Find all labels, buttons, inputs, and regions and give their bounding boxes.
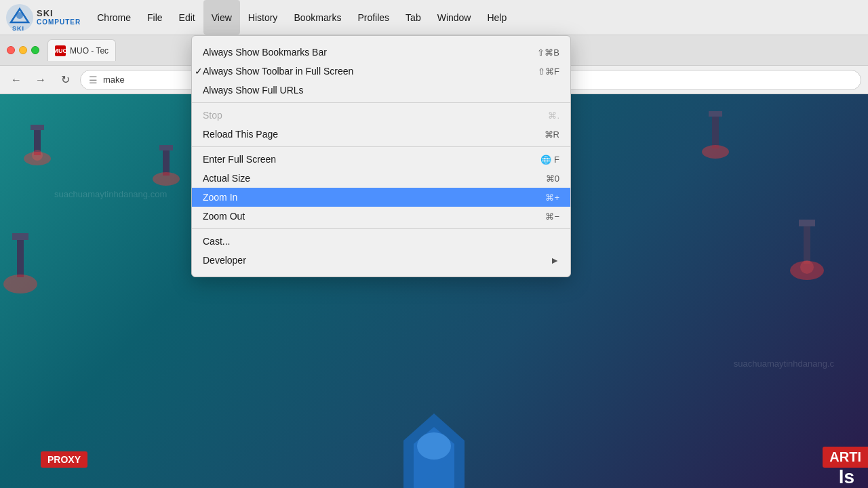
watermark-2: suachuamaytinhdanang.c	[734, 359, 834, 369]
svg-rect-13	[804, 223, 810, 264]
arti-label: ARTI	[823, 447, 868, 468]
actual-size-label: Actual Size	[203, 173, 546, 184]
menu-zoom-out[interactable]: Zoom Out ⌘−	[192, 207, 570, 226]
svg-point-20	[417, 432, 451, 460]
svg-point-19	[3, 274, 37, 293]
menu-history[interactable]: History	[240, 0, 286, 35]
menu-section-reload: Stop ⌘. Reload This Page ⌘R	[192, 103, 570, 147]
ls-label: ls	[839, 466, 854, 488]
checkmark-icon: ✓	[195, 66, 203, 77]
menu-tab[interactable]: Tab	[397, 0, 429, 35]
menu-help[interactable]: Help	[479, 0, 515, 35]
view-dropdown-menu: Always Show Bookmarks Bar ⇧⌘B ✓ Always S…	[191, 35, 571, 277]
browser-background: SKI SKI COMPUTER Chrome File Edit View H…	[0, 0, 868, 488]
minimize-button[interactable]	[19, 46, 27, 54]
menu-reload[interactable]: Reload This Page ⌘R	[192, 125, 570, 144]
menu-bar: SKI SKI COMPUTER Chrome File Edit View H…	[0, 0, 868, 35]
menu-stop[interactable]: Stop ⌘.	[192, 106, 570, 125]
menu-zoom-in[interactable]: Zoom In ⌘+	[192, 188, 570, 207]
svg-rect-7	[163, 148, 170, 176]
node-5	[0, 230, 41, 298]
svg-point-1	[16, 12, 23, 19]
tab-label: MUO - Tec	[70, 46, 108, 56]
browser-tab[interactable]: MUO MUO - Tec	[47, 39, 116, 61]
zoom-out-shortcut: ⌘−	[545, 211, 559, 222]
filter-icon: ☰	[89, 75, 98, 85]
actual-size-shortcut: ⌘0	[546, 174, 559, 184]
svg-point-9	[153, 172, 180, 186]
menu-always-show-toolbar[interactable]: ✓ Always Show Toolbar in Full Screen ⇧⌘F	[192, 62, 570, 81]
svg-point-6	[32, 150, 43, 161]
forward-button[interactable]: →	[31, 70, 50, 89]
always-show-bookmarks-label: Always Show Bookmarks Bar	[203, 47, 537, 58]
svg-rect-8	[159, 145, 173, 150]
reload-button[interactable]: ↻	[56, 70, 75, 89]
menu-always-show-urls[interactable]: Always Show Full URLs	[192, 81, 570, 100]
menu-view[interactable]: View	[203, 0, 240, 35]
menu-developer[interactable]: Developer ►	[192, 251, 570, 270]
menu-actual-size[interactable]: Actual Size ⌘0	[192, 169, 570, 188]
menu-edit[interactable]: Edit	[171, 0, 203, 35]
menu-chrome[interactable]: Chrome	[89, 0, 139, 35]
logo-bottom: COMPUTER	[37, 18, 81, 26]
svg-point-12	[702, 145, 729, 159]
logo-text: SKI COMPUTER	[37, 9, 81, 26]
menu-section-zoom: Enter Full Screen 🌐 F Actual Size ⌘0 Zoo…	[192, 147, 570, 229]
watermark-1: suachuamaytinhdanang.com	[54, 189, 167, 199]
menu-section-display: Always Show Bookmarks Bar ⇧⌘B ✓ Always S…	[192, 40, 570, 103]
logo-top: SKI	[37, 9, 81, 18]
menu-cast[interactable]: Cast...	[192, 232, 570, 251]
proxy-label: PROXY	[41, 451, 87, 468]
stop-shortcut: ⌘.	[548, 110, 559, 121]
zoom-in-shortcut: ⌘+	[545, 192, 559, 203]
stop-label: Stop	[203, 110, 548, 121]
menu-fullscreen[interactable]: Enter Full Screen 🌐 F	[192, 150, 570, 169]
menu-always-show-bookmarks[interactable]: Always Show Bookmarks Bar ⇧⌘B	[192, 43, 570, 62]
menu-file[interactable]: File	[139, 0, 171, 35]
svg-rect-17	[17, 237, 24, 277]
node-2	[149, 135, 183, 189]
close-button[interactable]	[7, 46, 15, 54]
traffic-lights	[7, 46, 39, 54]
logo: SKI SKI COMPUTER	[5, 3, 81, 32]
node-3	[698, 108, 732, 162]
always-show-bookmarks-shortcut: ⇧⌘B	[537, 47, 559, 58]
fullscreen-shortcut: 🌐 F	[540, 155, 559, 165]
svg-rect-14	[799, 220, 815, 226]
svg-rect-18	[12, 233, 28, 240]
reload-shortcut: ⌘R	[545, 129, 559, 140]
svg-rect-10	[712, 115, 719, 148]
cast-label: Cast...	[203, 236, 559, 247]
reload-label: Reload This Page	[203, 129, 545, 140]
always-show-urls-label: Always Show Full URLs	[203, 85, 559, 96]
svg-text:SKI: SKI	[12, 25, 24, 32]
back-button[interactable]: ←	[7, 70, 26, 89]
logo-icon: SKI	[5, 3, 34, 32]
menu-profiles[interactable]: Profiles	[349, 0, 397, 35]
menu-window[interactable]: Window	[429, 0, 479, 35]
submenu-arrow-icon: ►	[550, 255, 559, 266]
always-show-toolbar-label: Always Show Toolbar in Full Screen	[203, 66, 538, 77]
address-text: make	[103, 75, 125, 85]
maximize-button[interactable]	[31, 46, 39, 54]
menu-section-extra: Cast... Developer ►	[192, 229, 570, 272]
menu-bookmarks[interactable]: Bookmarks	[285, 0, 349, 35]
tab-favicon: MUO	[55, 45, 66, 56]
developer-label: Developer	[203, 255, 547, 266]
svg-rect-11	[709, 111, 722, 117]
svg-rect-4	[31, 125, 44, 130]
always-show-toolbar-shortcut: ⇧⌘F	[538, 66, 559, 77]
fullscreen-label: Enter Full Screen	[203, 154, 540, 165]
zoom-in-label: Zoom In	[203, 192, 545, 203]
zoom-out-label: Zoom Out	[203, 211, 545, 222]
node-1	[20, 115, 54, 169]
svg-point-16	[800, 260, 814, 274]
center-logo	[390, 407, 478, 488]
node-4	[787, 216, 827, 284]
